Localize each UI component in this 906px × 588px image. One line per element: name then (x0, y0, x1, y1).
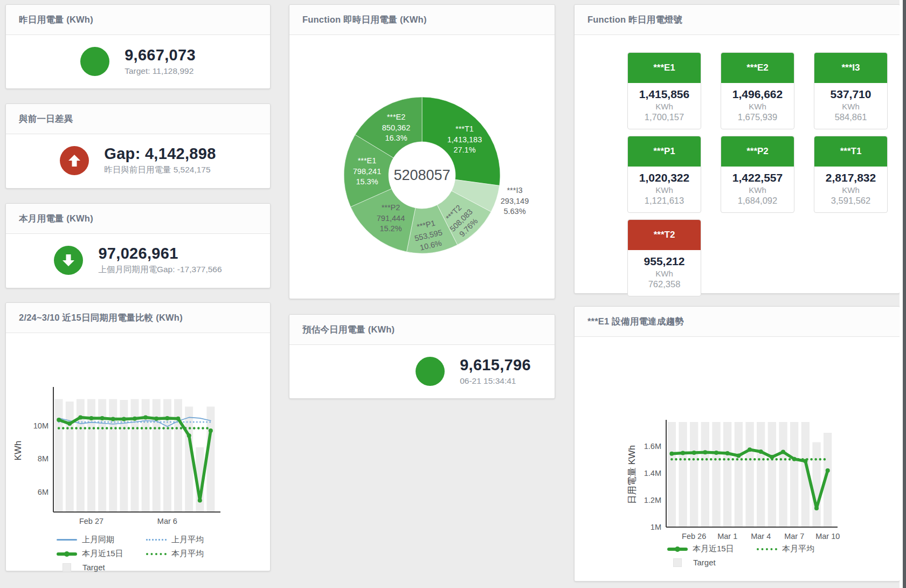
tile-e1[interactable]: ***E1 1,415,856 KWh 1,700,157 (627, 52, 701, 129)
svg-text:1.6M: 1.6M (644, 442, 661, 451)
svg-text:Mar 6: Mar 6 (157, 517, 177, 525)
svg-text:Mar 7: Mar 7 (784, 532, 804, 541)
svg-text:Feb 26: Feb 26 (682, 532, 706, 541)
panel-title: ***E1 設備用電達成趨勢 (587, 316, 684, 328)
tile-label: ***I3 (814, 53, 887, 83)
panel-diff-prev-day: 與前一日差異 Gap: 4,142,898 昨日與前日用電量 5,524,175 (5, 103, 271, 189)
stat-subtitle: Target: 11,128,992 (125, 66, 196, 76)
tile-t1[interactable]: ***T1 2,817,832 KWh 3,591,562 (814, 136, 888, 213)
panel-header[interactable]: 預估今日用電量 (KWh) (289, 315, 555, 345)
tile-label: ***T2 (628, 220, 701, 250)
tile-target: 762,358 (629, 279, 700, 289)
tile-label: ***E1 (628, 53, 701, 83)
tile-unit: KWh (722, 185, 793, 195)
svg-text:10M: 10M (33, 421, 49, 430)
stat-value: 9,615,796 (460, 357, 531, 374)
tile-target: 1,675,939 (722, 112, 793, 122)
gray-square-icon (673, 558, 682, 567)
donut-label-t1: ***T11,413,18327.1% (447, 124, 482, 156)
tile-unit: KWh (722, 102, 793, 111)
tile-target: 1,684,092 (722, 196, 793, 206)
green-dotted-line-icon (757, 548, 777, 550)
panel-header[interactable]: 昨日用電量 (KWh) (6, 5, 270, 35)
arrow-up-icon (60, 146, 89, 175)
status-circle-icon (80, 47, 109, 76)
tile-t2[interactable]: ***T2 955,212 KWh 762,358 (627, 219, 701, 296)
lights-grid: ***E1 1,415,856 KWh 1,700,157 ***E2 1,49… (575, 35, 900, 296)
tile-value: 2,817,832 (815, 171, 886, 184)
donut-label-p2: ***P2791,44415.2% (377, 203, 405, 234)
panel-header[interactable]: Function 昨日用電燈號 (575, 5, 900, 35)
scrollbar-track[interactable] (900, 0, 906, 588)
chart-legend: 上月同期 上月平均 本月近15日 本月平均 Target (57, 535, 270, 572)
tile-value: 1,415,856 (629, 88, 700, 101)
legend-item-target[interactable]: Target (667, 558, 746, 567)
panel-title: 2/24~3/10 近15日同期用電量比較 (KWh) (19, 312, 183, 324)
legend-item-this-month-average[interactable]: 本月平均 (757, 544, 835, 554)
tile-target: 1,700,157 (629, 112, 700, 122)
tile-unit: KWh (629, 185, 700, 195)
green-line-icon (57, 552, 77, 556)
svg-text:1M: 1M (651, 523, 661, 531)
legend-item-this-month-15days[interactable]: 本月近15日 (667, 544, 746, 554)
tile-p1[interactable]: ***P1 1,020,322 KWh 1,121,613 (627, 136, 701, 213)
tile-label: ***P1 (628, 136, 701, 167)
svg-text:Mar 1: Mar 1 (717, 532, 737, 541)
svg-text:Feb 27: Feb 27 (79, 517, 103, 525)
donut-label-i3: ***I3293,1495.63% (501, 185, 529, 217)
panel-title: 本月用電量 (KWh) (19, 213, 93, 225)
stat-month: 97,026,961 上個月同期用電Gap: -17,377,566 (6, 234, 270, 287)
donut-center-total: 5208057 (393, 167, 450, 184)
stat-subtitle: 昨日與前日用電量 5,524,175 (104, 164, 216, 176)
tile-value: 1,422,557 (722, 171, 793, 184)
legend-item-last-month-average[interactable]: 上月平均 (146, 535, 225, 545)
panel-yesterday-lights: Function 昨日用電燈號 ***E1 1,415,856 KWh 1,70… (574, 4, 900, 294)
svg-text:Mar 10: Mar 10 (815, 532, 840, 541)
tile-p2[interactable]: ***P2 1,422,557 KWh 1,684,092 (721, 136, 794, 213)
tile-unit: KWh (629, 269, 700, 278)
svg-text:1.2M: 1.2M (644, 496, 661, 504)
tile-label: ***P2 (721, 136, 794, 167)
tile-label: ***T1 (814, 136, 887, 167)
legend-item-target[interactable]: Target (57, 563, 135, 572)
svg-text:Mar 4: Mar 4 (751, 532, 771, 541)
legend-item-this-month-average[interactable]: 本月平均 (146, 549, 225, 559)
svg-text:6M: 6M (38, 488, 49, 496)
stat-estimate-today: 9,615,796 06-21 15:34:41 (341, 345, 606, 398)
panel-realtime-pie: Function 即時日用電量 (KWh) 5208057 ***T11,413… (289, 4, 555, 299)
tile-target: 3,591,562 (815, 196, 886, 206)
panel-header[interactable]: 與前一日差異 (6, 104, 270, 134)
svg-text:1.4M: 1.4M (644, 469, 661, 478)
panel-header[interactable]: Function 即時日用電量 (KWh) (289, 5, 555, 35)
panel-header[interactable]: 本月用電量 (KWh) (6, 204, 270, 234)
panel-yesterday-usage: 昨日用電量 (KWh) 9,667,073 Target: 11,128,992 (5, 4, 271, 89)
stat-subtitle: 上個月同期用電Gap: -17,377,566 (98, 264, 222, 275)
panel-header[interactable]: ***E1 設備用電達成趨勢 (575, 307, 900, 337)
panel-title: Function 即時日用電量 (KWh) (302, 14, 427, 26)
stat-value: 9,667,073 (125, 47, 196, 64)
blue-line-icon (57, 539, 77, 541)
e1-trend-chart: 1M1.2M1.4M1.6MFeb 26Mar 1Mar 4Mar 7Mar 1… (575, 337, 879, 543)
dashboard: 昨日用電量 (KWh) 9,667,073 Target: 11,128,992… (0, 0, 906, 588)
panel-e1-trend: ***E1 設備用電達成趨勢 1M1.2M1.4M1.6MFeb 26Mar 1… (574, 306, 900, 582)
stat-subtitle: 06-21 15:34:41 (460, 376, 531, 386)
tile-target: 1,121,613 (629, 196, 700, 206)
scrollbar-thumb[interactable] (903, 0, 906, 588)
green-line-icon (667, 548, 688, 551)
panel-header[interactable]: 2/24~3/10 近15日同期用電量比較 (KWh) (6, 303, 270, 333)
svg-text:日用電量 KWh: 日用電量 KWh (627, 445, 637, 504)
blue-dotted-line-icon (146, 539, 167, 541)
tile-e2[interactable]: ***E2 1,496,662 KWh 1,675,939 (721, 52, 794, 129)
tile-i3[interactable]: ***I3 537,710 KWh 584,861 (814, 52, 888, 129)
panel-estimate-today: 預估今日用電量 (KWh) 9,615,796 06-21 15:34:41 (289, 314, 555, 399)
panel-title: 昨日用電量 (KWh) (19, 14, 93, 26)
tile-target: 584,861 (815, 112, 886, 122)
svg-text:8M: 8M (38, 454, 49, 463)
svg-text:KWh: KWh (13, 441, 23, 461)
legend-item-last-month-same-period[interactable]: 上月同期 (57, 535, 135, 545)
tile-value: 955,212 (629, 255, 700, 268)
tile-unit: KWh (815, 185, 886, 195)
tile-value: 1,020,322 (629, 171, 700, 184)
legend-item-this-month-15days[interactable]: 本月近15日 (57, 549, 135, 559)
gray-square-icon (63, 563, 71, 572)
